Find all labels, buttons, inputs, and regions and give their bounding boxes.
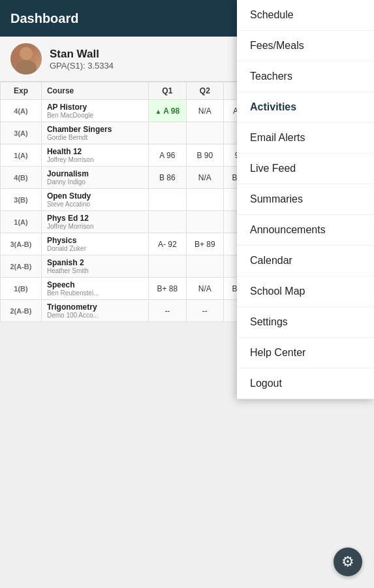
teacher-name: Heather Smith <box>47 267 146 274</box>
menu-item-summaries[interactable]: Summaries <box>237 184 374 215</box>
course-name: Phys Ed 12 <box>47 214 146 223</box>
menu-item-school-map[interactable]: School Map <box>237 276 374 307</box>
q2-cell <box>186 255 223 278</box>
profile-info: Stan Wall GPA(S1): 3.5334 <box>50 48 114 71</box>
exp-cell: 1(A) <box>1 211 42 233</box>
exp-cell: 3(B) <box>1 189 42 211</box>
q1-cell: A- 92 <box>149 233 186 255</box>
menu-item-announcements[interactable]: Announcements <box>237 215 374 246</box>
profile-name: Stan Wall <box>50 48 114 61</box>
course-name: Spanish 2 <box>47 258 146 267</box>
menu-item-email-alerts[interactable]: Email Alerts <box>237 123 374 154</box>
course-cell: Phys Ed 12Joffrey Morrison <box>41 211 148 233</box>
q1-cell: B+ 88 <box>149 278 186 300</box>
course-name: Speech <box>47 280 146 289</box>
teacher-name: Ben MacDoogle <box>47 112 146 119</box>
col-course: Course <box>41 82 148 100</box>
menu-item-logout[interactable]: Logout <box>237 368 374 399</box>
teacher-name: Steve Accatino <box>47 201 146 208</box>
teacher-name: Joffrey Morrison <box>47 156 146 163</box>
teacher-name: Joffrey Morrison <box>47 223 146 230</box>
course-cell: Chamber SingersGordie Berndt <box>41 122 148 144</box>
exp-cell: 1(B) <box>1 278 42 300</box>
menu-item-fees-meals[interactable]: Fees/Meals <box>237 31 374 61</box>
menu-item-activities[interactable]: Activities <box>237 92 374 123</box>
menu-item-help-center[interactable]: Help Center <box>237 338 374 368</box>
course-cell: Open StudySteve Accatino <box>41 189 148 211</box>
course-name: Journalism <box>47 169 146 178</box>
q1-cell: -- <box>149 300 186 322</box>
col-q2: Q2 <box>186 82 223 100</box>
menu-item-schedule[interactable]: Schedule <box>237 0 374 31</box>
course-cell: AP HistoryBen MacDoogle <box>41 100 148 122</box>
teacher-name: Ben Reubenstei... <box>47 289 146 297</box>
course-name: Physics <box>47 236 146 245</box>
avatar-image <box>10 43 42 74</box>
course-name: Chamber Singers <box>47 125 146 134</box>
exp-cell: 4(B) <box>1 167 42 189</box>
svg-point-0 <box>20 47 33 60</box>
course-name: AP History <box>47 103 146 112</box>
avatar-svg <box>10 43 42 74</box>
menu-item-teachers[interactable]: Teachers <box>237 61 374 92</box>
teacher-name: Gordie Berndt <box>47 134 146 141</box>
q2-cell: B 90 <box>186 144 223 167</box>
q2-cell: N/A <box>186 167 223 189</box>
teacher-name: Danny Indigo <box>47 178 146 186</box>
exp-cell: 2(A-B) <box>1 255 42 278</box>
arrow-up-icon: A 98 <box>155 106 180 116</box>
col-exp: Exp <box>1 82 42 100</box>
gear-icon: ⚙ <box>341 553 354 570</box>
course-cell: JournalismDanny Indigo <box>41 167 148 189</box>
course-name: Trigonometry <box>47 302 146 312</box>
menu-item-calendar[interactable]: Calendar <box>237 246 374 276</box>
q1-cell: A 98 <box>149 100 186 122</box>
q2-cell: N/A <box>186 278 223 300</box>
gear-button[interactable]: ⚙ <box>334 547 362 576</box>
q1-cell <box>149 189 186 211</box>
q1-cell <box>149 122 186 144</box>
exp-cell: 2(A-B) <box>1 300 42 322</box>
q1-cell: A 96 <box>149 144 186 167</box>
exp-cell: 3(A-B) <box>1 233 42 255</box>
q2-cell <box>186 189 223 211</box>
exp-cell: 4(A) <box>1 100 42 122</box>
course-cell: SpeechBen Reubenstei... <box>41 278 148 300</box>
exp-cell: 1(A) <box>1 144 42 167</box>
course-cell: PhysicsDonald Zuker <box>41 233 148 255</box>
q2-cell: -- <box>186 300 223 322</box>
q1-cell: B 86 <box>149 167 186 189</box>
q2-cell: N/A <box>186 100 223 122</box>
course-cell: Health 12Joffrey Morrison <box>41 144 148 167</box>
svg-point-1 <box>16 60 37 74</box>
q2-cell: B+ 89 <box>186 233 223 255</box>
menu-item-settings[interactable]: Settings <box>237 307 374 338</box>
course-name: Open Study <box>47 191 146 201</box>
q1-cell <box>149 211 186 233</box>
course-cell: TrigonometryDemo 100 Acco... <box>41 300 148 322</box>
course-cell: Spanish 2Heather Smith <box>41 255 148 278</box>
q2-cell <box>186 122 223 144</box>
q1-cell <box>149 255 186 278</box>
exp-cell: 3(A) <box>1 122 42 144</box>
profile-gpa: GPA(S1): 3.5334 <box>50 61 114 71</box>
menu-item-live-feed[interactable]: Live Feed <box>237 154 374 184</box>
teacher-name: Demo 100 Acco... <box>47 312 146 319</box>
q2-cell <box>186 211 223 233</box>
avatar <box>10 43 42 74</box>
teacher-name: Donald Zuker <box>47 245 146 252</box>
course-name: Health 12 <box>47 147 146 156</box>
dropdown-menu: ScheduleFees/MealsTeachersActivitiesEmai… <box>237 0 374 399</box>
col-q1: Q1 <box>149 82 186 100</box>
